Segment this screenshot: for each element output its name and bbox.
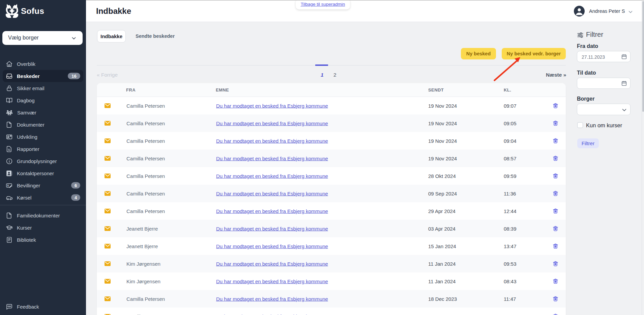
- svg-text:$: $: [7, 184, 9, 187]
